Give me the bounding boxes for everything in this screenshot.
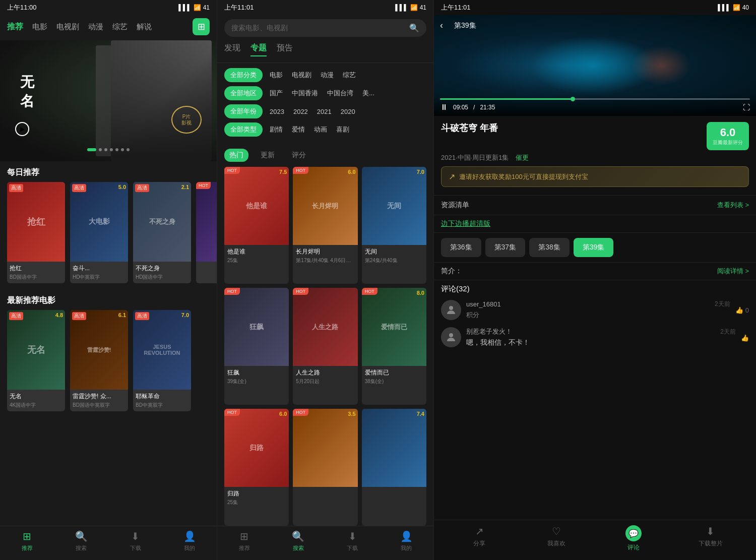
filter-drama[interactable]: 剧情	[268, 122, 285, 137]
comment-time-1: 2天前	[715, 300, 730, 308]
filter-animation[interactable]: 动画	[312, 122, 329, 137]
grid-card-2[interactable]: 长月烬明 HOT 6.0 长月烬明 第17集/共40集 4月6日起 优酷独播	[293, 167, 357, 284]
bn-search[interactable]: 🔍 搜索	[54, 530, 109, 552]
p2-bn-recommend-label: 推荐	[239, 544, 250, 552]
grid-card-3[interactable]: 无间 7.0 无间 第24集/共40集	[362, 167, 426, 284]
grid-card-4[interactable]: 狂飙 HOT 狂飙 39集(全)	[224, 288, 289, 405]
p2-bn-recommend[interactable]: ⊞ 推荐	[217, 530, 271, 552]
grid-card-5[interactable]: 人生之路 HOT 人生之路 5月20日起	[293, 288, 357, 405]
filter-2021[interactable]: 2021	[315, 105, 334, 118]
hot-badge-gc1: HOT	[224, 167, 240, 174]
nav-variety[interactable]: 综艺	[112, 22, 128, 32]
p3-share-button[interactable]: ↗ 分享	[441, 525, 518, 552]
bn-download[interactable]: ⬇ 下载	[108, 530, 163, 552]
nav-recommend[interactable]: 推荐	[7, 22, 23, 32]
filter-all-category[interactable]: 全部分类	[224, 68, 263, 82]
comment-sub-1: 积分	[466, 310, 730, 320]
bn-profile-icon: 👤	[183, 530, 196, 542]
filter-comedy[interactable]: 喜剧	[334, 122, 351, 137]
desc-link[interactable]: 阅读详情 >	[717, 267, 749, 276]
resource-row: 资源清单 查看列表 >	[434, 196, 756, 215]
discover-tab-topic[interactable]: 专题	[250, 43, 267, 56]
battery-1: 41	[203, 4, 210, 11]
daily-movie-1[interactable]: 抢红 高清 抢红 BD国语中字	[7, 182, 65, 283]
latest-movie-1[interactable]: 无名 高清 4.8 无名 4K国语中字	[7, 310, 65, 411]
bn-profile[interactable]: 👤 我的	[163, 530, 217, 552]
nav-movie[interactable]: 电影	[32, 22, 47, 32]
video-back-button[interactable]: ‹	[440, 20, 443, 31]
latest-movie-3[interactable]: JESUS REVOLUTION 高清 7.0 耶稣革命 BD中英双字	[133, 310, 191, 411]
grid-card-1[interactable]: 他是谁 HOT 7.5 他是谁 25集	[224, 167, 289, 284]
filter-2023[interactable]: 2023	[268, 105, 286, 118]
desc-label: 简介：	[441, 267, 462, 276]
episode-36[interactable]: 第36集	[441, 238, 481, 257]
score-l3: 7.0	[181, 312, 189, 318]
grid-card-8[interactable]: HOT 3.5	[293, 409, 357, 526]
search-input[interactable]: 搜索电影、电视剧	[231, 24, 405, 33]
episode-39[interactable]: 第39集	[574, 238, 614, 257]
filter-all-region[interactable]: 全部地区	[224, 86, 263, 100]
grid-card-9[interactable]: 7.4	[362, 409, 426, 526]
comments-section: 评论(32) user_16801 2天前 积分 👍 0	[434, 280, 756, 520]
video-player[interactable]: ‹ 第39集 ⏸ 09:05 / 21:35 ⛶	[434, 15, 756, 116]
filter-tw[interactable]: 中国台湾	[325, 86, 355, 100]
p2-bn-profile[interactable]: 👤 我的	[380, 530, 433, 552]
filter-anime[interactable]: 动漫	[319, 68, 336, 82]
video-fullscreen-button[interactable]: ⛶	[743, 103, 750, 111]
drama-update-more[interactable]: 催更	[516, 154, 529, 161]
comment-content-1: user_16801 2天前 积分	[466, 300, 730, 320]
sort-new[interactable]: 更新	[256, 149, 280, 162]
p2-bn-download[interactable]: ⬇ 下载	[326, 530, 380, 552]
sort-hot[interactable]: 热门	[224, 149, 248, 162]
nav-commentary[interactable]: 解说	[137, 22, 152, 32]
dot-6	[121, 148, 124, 151]
filter-2020[interactable]: 2020	[339, 105, 357, 118]
resource-link[interactable]: 查看列表 >	[717, 201, 749, 210]
discover-tab-preview[interactable]: 预告	[277, 43, 293, 56]
filter-hk[interactable]: 中国香港	[290, 86, 320, 100]
comment-like-1[interactable]: 👍 0	[735, 300, 749, 320]
nav-anime[interactable]: 动漫	[88, 22, 103, 32]
dot-4	[110, 148, 113, 151]
hero-play-button[interactable]: ▶	[15, 122, 29, 136]
resource-label: 资源清单	[441, 201, 469, 210]
hero-banner[interactable]: 无名 ▶ P片 影视	[0, 40, 217, 161]
grid-card-7[interactable]: 归路 HOT 6.0 归路 25集	[224, 409, 289, 526]
p3-download-button[interactable]: ⬇ 下载整片	[672, 525, 749, 552]
bn-recommend[interactable]: ⊞ 推荐	[0, 530, 54, 552]
drama-score: 6.0	[713, 126, 743, 139]
status-icons-1: ▌▌▌ 📶 41	[178, 4, 210, 11]
latest-movie-2[interactable]: 雷霆沙赞! 高清 6.1 雷霆沙赞! 众... BD国语中英双字	[70, 310, 128, 411]
stream-label[interactable]: 边下边播超清版	[434, 215, 756, 233]
daily-movie-2[interactable]: 大电影 高清 5.0 奋斗... HD中英双字	[70, 182, 128, 283]
p3-like-button[interactable]: ♡ 我喜欢	[518, 525, 595, 552]
p3-comment-button[interactable]: 💬 评论	[595, 525, 672, 552]
video-progress-bar[interactable]	[440, 98, 750, 100]
p2-bn-download-label: 下载	[347, 544, 358, 552]
filter-movie[interactable]: 电影	[268, 68, 285, 82]
discover-tab-find[interactable]: 发现	[224, 43, 240, 56]
video-pause-button[interactable]: ⏸	[440, 103, 448, 112]
hd-badge: 高清	[9, 184, 23, 192]
nav-tvshow[interactable]: 电视剧	[56, 22, 79, 32]
filter-tvshow[interactable]: 电视剧	[290, 68, 313, 82]
filter-domestic[interactable]: 国产	[268, 86, 285, 100]
filter-all-type[interactable]: 全部类型	[224, 122, 263, 137]
episode-37[interactable]: 第37集	[485, 238, 526, 257]
comment-like-2[interactable]: 👍	[741, 327, 749, 348]
p2-bn-search[interactable]: 🔍 搜索	[271, 530, 325, 552]
search-bar[interactable]: 搜索电影、电视剧 🔍	[224, 19, 426, 37]
grid-card-6[interactable]: 爱情而已 HOT 8.0 爱情而已 38集(全)	[362, 288, 426, 405]
hot-badge-gc5: HOT	[293, 288, 308, 295]
grid-menu-button[interactable]: ⊞	[193, 18, 210, 35]
daily-movie-3[interactable]: 不死之身 高清 2.1 不死之身 HD国语中字	[133, 182, 191, 283]
filter-all-year[interactable]: 全部年份	[224, 104, 263, 118]
filter-romance[interactable]: 爱情	[290, 122, 307, 137]
filter-more-region[interactable]: 美...	[360, 86, 376, 100]
drama-promo[interactable]: ↗ 邀请好友获取奖励100元可直接提现到支付宝	[441, 166, 749, 187]
episode-38[interactable]: 第38集	[529, 238, 570, 257]
filter-2022[interactable]: 2022	[291, 105, 310, 118]
sort-rating[interactable]: 评分	[287, 149, 311, 162]
filter-variety[interactable]: 综艺	[341, 68, 358, 82]
daily-movie-hot[interactable]: ... HOT	[196, 182, 217, 283]
